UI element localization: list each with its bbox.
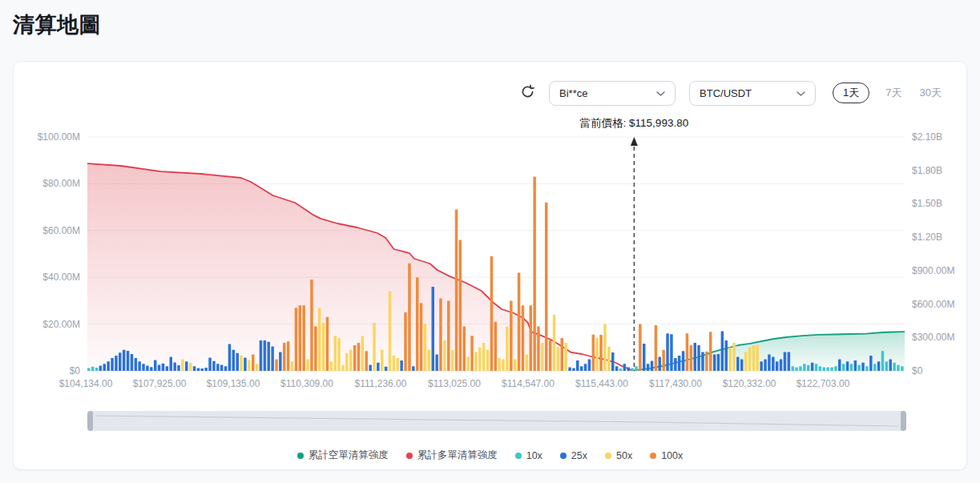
svg-text:$0: $0 bbox=[912, 365, 923, 376]
svg-text:$300.00M: $300.00M bbox=[912, 332, 954, 343]
legend-dot-red bbox=[406, 453, 413, 459]
svg-text:$80.00M: $80.00M bbox=[42, 178, 80, 189]
timeframe-7d-button[interactable]: 7天 bbox=[884, 83, 903, 103]
refresh-icon bbox=[520, 84, 535, 102]
brush-minimap bbox=[87, 411, 906, 431]
legend-25x[interactable]: 25x bbox=[560, 450, 587, 461]
exchange-select-value: Bi**ce bbox=[559, 87, 587, 99]
svg-text:$120,332.00: $120,332.00 bbox=[723, 378, 776, 389]
pair-select[interactable]: BTC/USDT bbox=[689, 81, 816, 106]
refresh-button[interactable] bbox=[520, 84, 535, 102]
timeframe-group: 1天 7天 30天 bbox=[833, 83, 943, 103]
legend-100x[interactable]: 100x bbox=[650, 450, 683, 461]
svg-text:$1.80B: $1.80B bbox=[912, 165, 942, 176]
svg-text:$110,309.00: $110,309.00 bbox=[280, 378, 333, 389]
pair-select-value: BTC/USDT bbox=[700, 87, 752, 99]
legend-dot-cyan bbox=[515, 453, 522, 459]
chart-range-brush[interactable] bbox=[87, 411, 906, 431]
svg-text:$122,703.00: $122,703.00 bbox=[797, 378, 850, 389]
chart-toolbar: Bi**ce BTC/USDT 1天 7天 30天 bbox=[520, 80, 943, 106]
legend-10x[interactable]: 10x bbox=[515, 450, 542, 461]
chevron-down-icon bbox=[656, 87, 665, 99]
chart-legend: 累計空單清算強度 累計多單清算強度 10x 25x 50x 100x bbox=[14, 449, 966, 462]
svg-text:$1.20B: $1.20B bbox=[912, 231, 942, 243]
svg-text:$60.00M: $60.00M bbox=[42, 225, 80, 236]
brush-left-handle[interactable] bbox=[87, 411, 93, 431]
legend-dot-green bbox=[297, 453, 304, 459]
svg-text:$115,443.00: $115,443.00 bbox=[575, 378, 628, 389]
svg-text:$117,430.00: $117,430.00 bbox=[649, 378, 702, 389]
legend-dot-yellow bbox=[605, 453, 611, 459]
svg-text:$104,134.00: $104,134.00 bbox=[59, 378, 113, 389]
chevron-down-icon bbox=[797, 87, 805, 99]
timeframe-1d-button[interactable]: 1天 bbox=[833, 83, 869, 103]
svg-text:$107,925.00: $107,925.00 bbox=[133, 378, 187, 389]
page-title: 清算地圖 bbox=[13, 10, 101, 39]
timeframe-30d-button[interactable]: 30天 bbox=[918, 83, 943, 103]
svg-text:$600.00M: $600.00M bbox=[912, 299, 954, 310]
legend-short-cumulative[interactable]: 累計空單清算強度 bbox=[297, 449, 389, 462]
exchange-select[interactable]: Bi**ce bbox=[549, 81, 676, 106]
svg-text:$113,025.00: $113,025.00 bbox=[428, 378, 481, 389]
svg-text:$100.00M: $100.00M bbox=[38, 131, 80, 143]
svg-text:$111,236.00: $111,236.00 bbox=[355, 378, 407, 389]
legend-long-cumulative[interactable]: 累計多單清算強度 bbox=[406, 449, 498, 462]
svg-text:$109,135.00: $109,135.00 bbox=[207, 378, 260, 389]
svg-text:$0: $0 bbox=[70, 365, 81, 376]
liquidation-chart[interactable]: $100.00M$80.00M$60.00M$40.00M$20.00M$0$2… bbox=[14, 129, 968, 396]
liquidation-map-card: Bi**ce BTC/USDT 1天 7天 30天 當前價格: $115,993… bbox=[13, 61, 967, 470]
svg-text:$1.50B: $1.50B bbox=[912, 198, 942, 209]
brush-right-handle[interactable] bbox=[901, 411, 906, 431]
legend-50x[interactable]: 50x bbox=[605, 450, 632, 461]
svg-text:$2.10B: $2.10B bbox=[912, 131, 942, 143]
svg-text:$20.00M: $20.00M bbox=[42, 319, 80, 330]
svg-text:$900.00M: $900.00M bbox=[912, 265, 954, 276]
svg-text:$114,547.00: $114,547.00 bbox=[502, 378, 555, 389]
legend-dot-blue bbox=[560, 453, 567, 459]
svg-text:$40.00M: $40.00M bbox=[42, 272, 80, 283]
legend-dot-orange bbox=[650, 453, 656, 459]
